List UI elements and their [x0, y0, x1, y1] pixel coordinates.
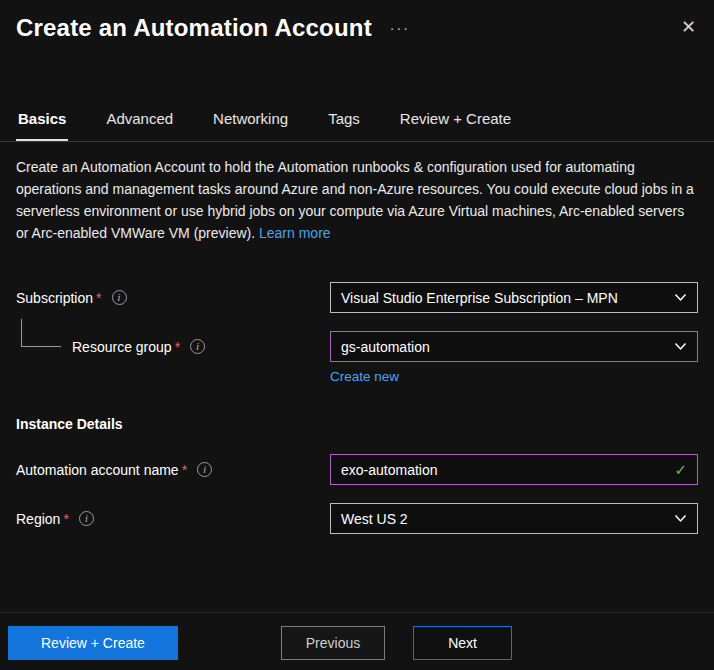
- resource-group-select[interactable]: gs-automation: [330, 331, 698, 362]
- info-icon[interactable]: i: [79, 511, 94, 526]
- required-marker: *: [175, 339, 180, 355]
- account-name-input-cell: ✓: [330, 454, 698, 485]
- resource-group-label: Resource group* i: [16, 339, 330, 355]
- resource-group-selected-value: gs-automation: [341, 339, 430, 355]
- region-select[interactable]: West US 2: [330, 503, 698, 534]
- close-icon[interactable]: ✕: [681, 18, 696, 36]
- instance-details-form: Automation account name* i ✓ Region* i W…: [16, 454, 698, 534]
- required-marker: *: [63, 511, 68, 527]
- create-new-link[interactable]: Create new: [330, 369, 399, 384]
- account-name-label-text: Automation account name: [16, 462, 179, 478]
- info-icon[interactable]: i: [112, 290, 127, 305]
- next-button[interactable]: Next: [413, 626, 512, 660]
- chevron-down-icon: [674, 342, 687, 351]
- tab-review-create[interactable]: Review + Create: [398, 104, 513, 141]
- info-icon[interactable]: i: [197, 462, 212, 477]
- region-label-text: Region: [16, 511, 60, 527]
- valid-check-icon: ✓: [674, 461, 687, 479]
- dialog-footer: Review + Create Previous Next: [0, 612, 714, 670]
- intro-description: Create an Automation Account to hold the…: [16, 156, 698, 244]
- resource-group-input-cell: gs-automation: [330, 331, 698, 362]
- required-marker: *: [96, 290, 101, 306]
- tab-tags[interactable]: Tags: [326, 104, 362, 141]
- subscription-input-cell: Visual Studio Enterprise Subscription – …: [330, 282, 698, 313]
- intro-description-text: Create an Automation Account to hold the…: [16, 159, 694, 241]
- create-new-row: Create new: [16, 369, 698, 384]
- tab-advanced[interactable]: Advanced: [104, 104, 175, 141]
- learn-more-link[interactable]: Learn more: [259, 225, 331, 241]
- project-details-form: Subscription* i Visual Studio Enterprise…: [16, 282, 698, 384]
- region-selected-value: West US 2: [341, 511, 408, 527]
- chevron-down-icon: [674, 293, 687, 302]
- page-title: Create an Automation Account: [16, 14, 372, 42]
- chevron-down-icon: [674, 514, 687, 523]
- subscription-select[interactable]: Visual Studio Enterprise Subscription – …: [330, 282, 698, 313]
- region-label: Region* i: [16, 511, 330, 527]
- region-input-cell: West US 2: [330, 503, 698, 534]
- create-new-spacer: [16, 369, 330, 384]
- previous-button[interactable]: Previous: [281, 626, 385, 660]
- subscription-row: Subscription* i Visual Studio Enterprise…: [16, 282, 698, 313]
- account-name-field-wrap: ✓: [330, 454, 698, 485]
- account-name-input[interactable]: [341, 455, 666, 484]
- dialog-header: Create an Automation Account ··· ✕: [0, 0, 714, 42]
- more-options-icon[interactable]: ···: [390, 20, 410, 36]
- tab-networking[interactable]: Networking: [211, 104, 290, 141]
- create-automation-account-dialog: Create an Automation Account ··· ✕ Basic…: [0, 0, 714, 670]
- account-name-row: Automation account name* i ✓: [16, 454, 698, 485]
- instance-details-heading: Instance Details: [16, 416, 698, 432]
- review-create-button[interactable]: Review + Create: [8, 626, 178, 660]
- tab-bar: Basics Advanced Networking Tags Review +…: [0, 104, 714, 142]
- region-row: Region* i West US 2: [16, 503, 698, 534]
- subscription-selected-value: Visual Studio Enterprise Subscription – …: [341, 290, 618, 306]
- account-name-label: Automation account name* i: [16, 462, 330, 478]
- subscription-label-text: Subscription: [16, 290, 93, 306]
- resource-group-row: Resource group* i gs-automation: [16, 331, 698, 362]
- required-marker: *: [182, 462, 187, 478]
- tab-basics[interactable]: Basics: [16, 104, 68, 141]
- subscription-label: Subscription* i: [16, 290, 330, 306]
- tree-connector-line: [21, 319, 61, 347]
- resource-group-label-text: Resource group: [72, 339, 172, 355]
- info-icon[interactable]: i: [190, 339, 205, 354]
